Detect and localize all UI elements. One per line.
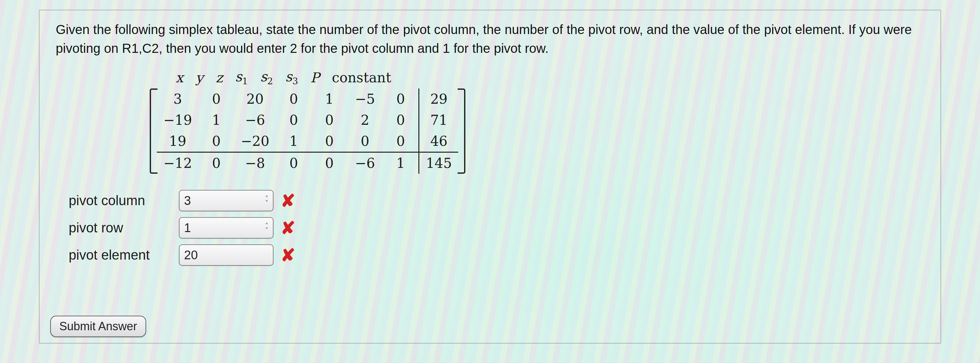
pivot-row-input[interactable]: 1 ˄ ˅ <box>179 217 274 239</box>
pivot-element-label: pivot element <box>69 247 179 263</box>
col-header-p: P <box>305 67 325 88</box>
left-bracket-icon <box>150 89 157 174</box>
stepper-icon[interactable]: ˄ ˅ <box>265 196 268 205</box>
col-header-x: x <box>170 67 189 88</box>
col-header-s3: s3 <box>279 67 304 88</box>
wrong-icon: ✘ <box>281 191 295 211</box>
question-panel: Given the following simplex tableau, sta… <box>39 10 941 344</box>
col-header-s1: s1 <box>229 67 254 88</box>
table-row: 190−20 100 046 <box>157 131 458 152</box>
submit-area: Submit Answer <box>50 316 146 337</box>
col-header-y: y <box>190 67 209 88</box>
answer-row-pivot-element: pivot element 20 ✘ <box>69 244 924 266</box>
answer-row-pivot-row: pivot row 1 ˄ ˅ ✘ <box>69 217 924 239</box>
tableau-header-row: x y z s1 s2 s3 P constant <box>150 67 417 89</box>
submit-answer-button[interactable]: Submit Answer <box>50 316 146 337</box>
table-row-objective: −120−8 00−6 1145 <box>157 152 458 174</box>
wrong-icon: ✘ <box>281 218 295 238</box>
tableau-matrix: 3020 01−5 029 −191−6 002 071 190−20 100 … <box>157 89 458 174</box>
pivot-column-input[interactable]: 3 ˄ ˅ <box>179 190 274 211</box>
pivot-element-value: 20 <box>184 248 268 262</box>
pivot-column-value: 3 <box>184 194 262 208</box>
col-header-constant: constant <box>326 67 397 88</box>
right-bracket-icon <box>458 89 465 174</box>
pivot-element-input[interactable]: 20 <box>179 244 274 266</box>
simplex-tableau: x y z s1 s2 s3 P constant 3020 01−5 029 … <box>150 67 924 174</box>
answers-block: pivot column 3 ˄ ˅ ✘ pivot row 1 ˄ ˅ ✘ <box>69 190 924 266</box>
stepper-icon[interactable]: ˄ ˅ <box>265 223 268 232</box>
answer-row-pivot-column: pivot column 3 ˄ ˅ ✘ <box>69 190 924 211</box>
question-text: Given the following simplex tableau, sta… <box>56 20 924 58</box>
table-row: 3020 01−5 029 <box>157 89 458 110</box>
chevron-down-icon[interactable]: ˅ <box>265 201 268 205</box>
col-header-s2: s2 <box>255 67 279 88</box>
table-row: −191−6 002 071 <box>157 110 458 131</box>
chevron-down-icon[interactable]: ˅ <box>265 228 268 232</box>
pivot-row-label: pivot row <box>69 220 179 236</box>
pivot-row-value: 1 <box>184 221 262 235</box>
col-header-z: z <box>210 67 229 88</box>
pivot-column-label: pivot column <box>69 193 179 209</box>
wrong-icon: ✘ <box>281 245 295 266</box>
